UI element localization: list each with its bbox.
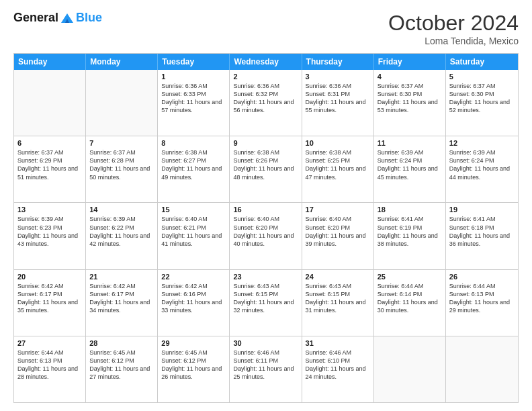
day-number: 17 <box>306 205 370 214</box>
cell-info: Sunrise: 6:45 AM Sunset: 6:12 PM Dayligh… <box>89 349 154 381</box>
day-cell-25: 25Sunrise: 6:44 AM Sunset: 6:14 PM Dayli… <box>374 270 446 336</box>
day-cell-13: 13Sunrise: 6:39 AM Sunset: 6:23 PM Dayli… <box>14 203 86 269</box>
cell-info: Sunrise: 6:42 AM Sunset: 6:17 PM Dayligh… <box>17 282 82 315</box>
day-cell-29: 29Sunrise: 6:45 AM Sunset: 6:12 PM Dayli… <box>158 336 230 402</box>
day-number: 14 <box>89 205 154 214</box>
day-number: 26 <box>449 273 515 281</box>
cell-info: Sunrise: 6:40 AM Sunset: 6:20 PM Dayligh… <box>306 215 370 248</box>
day-cell-27: 27Sunrise: 6:44 AM Sunset: 6:13 PM Dayli… <box>14 336 86 402</box>
day-cell-17: 17Sunrise: 6:40 AM Sunset: 6:20 PM Dayli… <box>302 203 374 269</box>
day-number: 15 <box>161 205 226 214</box>
cell-info: Sunrise: 6:46 AM Sunset: 6:11 PM Dayligh… <box>233 349 298 381</box>
cell-info: Sunrise: 6:41 AM Sunset: 6:19 PM Dayligh… <box>378 215 442 248</box>
logo-icon <box>60 12 75 24</box>
day-cell-19: 19Sunrise: 6:41 AM Sunset: 6:18 PM Dayli… <box>446 203 518 269</box>
empty-cell <box>14 70 86 136</box>
weekday-header-sunday: Sunday <box>14 54 86 70</box>
day-number: 19 <box>449 205 515 214</box>
day-cell-14: 14Sunrise: 6:39 AM Sunset: 6:22 PM Dayli… <box>86 203 158 269</box>
day-cell-7: 7Sunrise: 6:37 AM Sunset: 6:28 PM Daylig… <box>86 136 158 202</box>
day-number: 25 <box>378 273 442 281</box>
day-number: 6 <box>17 139 82 147</box>
weekday-header-saturday: Saturday <box>446 54 518 70</box>
page: General Blue October 2024 Loma Tendida, … <box>0 0 532 411</box>
cell-info: Sunrise: 6:42 AM Sunset: 6:17 PM Dayligh… <box>89 282 154 315</box>
logo: General Blue <box>13 11 102 25</box>
cell-info: Sunrise: 6:41 AM Sunset: 6:18 PM Dayligh… <box>449 215 515 248</box>
header: General Blue October 2024 Loma Tendida, … <box>13 11 519 46</box>
day-number: 12 <box>449 139 515 147</box>
cell-info: Sunrise: 6:38 AM Sunset: 6:26 PM Dayligh… <box>233 148 298 181</box>
cell-info: Sunrise: 6:43 AM Sunset: 6:15 PM Dayligh… <box>306 282 370 315</box>
day-number: 4 <box>378 73 442 81</box>
cell-info: Sunrise: 6:37 AM Sunset: 6:30 PM Dayligh… <box>378 82 442 115</box>
day-number: 3 <box>306 73 370 81</box>
day-number: 22 <box>161 273 226 281</box>
month-title: October 2024 <box>388 11 519 36</box>
cell-info: Sunrise: 6:39 AM Sunset: 6:24 PM Dayligh… <box>449 148 515 181</box>
day-number: 1 <box>161 73 226 81</box>
day-number: 31 <box>306 339 370 347</box>
weekday-header-monday: Monday <box>86 54 158 70</box>
empty-cell <box>374 336 446 402</box>
day-number: 18 <box>378 205 442 214</box>
day-number: 30 <box>233 339 298 347</box>
cell-info: Sunrise: 6:40 AM Sunset: 6:21 PM Dayligh… <box>161 215 226 248</box>
day-number: 9 <box>233 139 298 147</box>
day-number: 16 <box>233 205 298 214</box>
day-cell-22: 22Sunrise: 6:42 AM Sunset: 6:16 PM Dayli… <box>158 270 230 336</box>
weekday-header-tuesday: Tuesday <box>158 54 230 70</box>
day-cell-30: 30Sunrise: 6:46 AM Sunset: 6:11 PM Dayli… <box>230 336 302 402</box>
cell-info: Sunrise: 6:37 AM Sunset: 6:28 PM Dayligh… <box>89 148 154 181</box>
logo-blue: Blue <box>76 11 102 25</box>
day-cell-26: 26Sunrise: 6:44 AM Sunset: 6:13 PM Dayli… <box>446 270 518 336</box>
day-cell-15: 15Sunrise: 6:40 AM Sunset: 6:21 PM Dayli… <box>158 203 230 269</box>
location: Loma Tendida, Mexico <box>388 36 519 46</box>
day-number: 2 <box>233 73 298 81</box>
day-number: 28 <box>89 339 154 347</box>
day-cell-24: 24Sunrise: 6:43 AM Sunset: 6:15 PM Dayli… <box>302 270 374 336</box>
cell-info: Sunrise: 6:39 AM Sunset: 6:22 PM Dayligh… <box>89 215 154 248</box>
cell-info: Sunrise: 6:38 AM Sunset: 6:25 PM Dayligh… <box>306 148 370 181</box>
calendar: SundayMondayTuesdayWednesdayThursdayFrid… <box>13 53 519 403</box>
cell-info: Sunrise: 6:46 AM Sunset: 6:10 PM Dayligh… <box>306 349 370 381</box>
cell-info: Sunrise: 6:44 AM Sunset: 6:14 PM Dayligh… <box>378 282 442 315</box>
day-cell-23: 23Sunrise: 6:43 AM Sunset: 6:15 PM Dayli… <box>230 270 302 336</box>
day-cell-21: 21Sunrise: 6:42 AM Sunset: 6:17 PM Dayli… <box>86 270 158 336</box>
day-cell-1: 1Sunrise: 6:36 AM Sunset: 6:33 PM Daylig… <box>158 70 230 136</box>
cell-info: Sunrise: 6:40 AM Sunset: 6:20 PM Dayligh… <box>233 215 298 248</box>
day-number: 20 <box>17 273 82 281</box>
calendar-row-4: 20Sunrise: 6:42 AM Sunset: 6:17 PM Dayli… <box>14 269 518 336</box>
calendar-body: 1Sunrise: 6:36 AM Sunset: 6:33 PM Daylig… <box>14 70 518 402</box>
calendar-header: SundayMondayTuesdayWednesdayThursdayFrid… <box>14 54 518 70</box>
day-number: 8 <box>161 139 226 147</box>
day-number: 27 <box>17 339 82 347</box>
cell-info: Sunrise: 6:36 AM Sunset: 6:32 PM Dayligh… <box>233 82 298 115</box>
day-cell-12: 12Sunrise: 6:39 AM Sunset: 6:24 PM Dayli… <box>446 136 518 202</box>
cell-info: Sunrise: 6:38 AM Sunset: 6:27 PM Dayligh… <box>161 148 226 181</box>
day-number: 21 <box>89 273 154 281</box>
cell-info: Sunrise: 6:39 AM Sunset: 6:23 PM Dayligh… <box>17 215 82 248</box>
day-cell-6: 6Sunrise: 6:37 AM Sunset: 6:29 PM Daylig… <box>14 136 86 202</box>
cell-info: Sunrise: 6:44 AM Sunset: 6:13 PM Dayligh… <box>449 282 515 315</box>
cell-info: Sunrise: 6:45 AM Sunset: 6:12 PM Dayligh… <box>161 349 226 381</box>
day-cell-2: 2Sunrise: 6:36 AM Sunset: 6:32 PM Daylig… <box>230 70 302 136</box>
calendar-row-2: 6Sunrise: 6:37 AM Sunset: 6:29 PM Daylig… <box>14 136 518 202</box>
cell-info: Sunrise: 6:36 AM Sunset: 6:33 PM Dayligh… <box>161 82 226 115</box>
day-number: 11 <box>378 139 442 147</box>
day-cell-20: 20Sunrise: 6:42 AM Sunset: 6:17 PM Dayli… <box>14 270 86 336</box>
empty-cell <box>446 336 518 402</box>
day-number: 7 <box>89 139 154 147</box>
cell-info: Sunrise: 6:39 AM Sunset: 6:24 PM Dayligh… <box>378 148 442 181</box>
cell-info: Sunrise: 6:43 AM Sunset: 6:15 PM Dayligh… <box>233 282 298 315</box>
calendar-row-1: 1Sunrise: 6:36 AM Sunset: 6:33 PM Daylig… <box>14 70 518 136</box>
empty-cell <box>86 70 158 136</box>
day-number: 29 <box>161 339 226 347</box>
title-block: October 2024 Loma Tendida, Mexico <box>388 11 519 46</box>
day-cell-4: 4Sunrise: 6:37 AM Sunset: 6:30 PM Daylig… <box>374 70 446 136</box>
day-cell-11: 11Sunrise: 6:39 AM Sunset: 6:24 PM Dayli… <box>374 136 446 202</box>
weekday-header-thursday: Thursday <box>302 54 374 70</box>
day-number: 5 <box>449 73 515 81</box>
cell-info: Sunrise: 6:37 AM Sunset: 6:30 PM Dayligh… <box>449 82 515 115</box>
cell-info: Sunrise: 6:44 AM Sunset: 6:13 PM Dayligh… <box>17 349 82 381</box>
